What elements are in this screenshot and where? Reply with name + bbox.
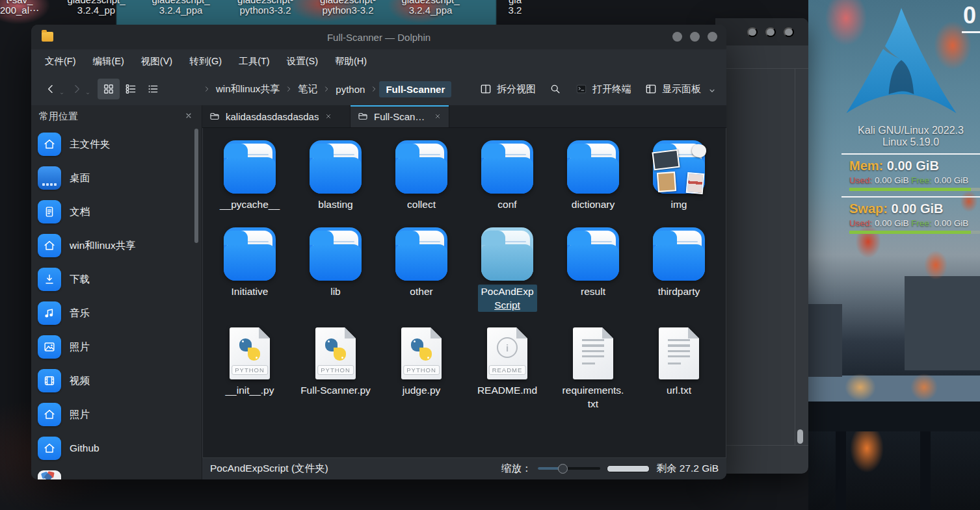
menu-4[interactable]: 工具(T) <box>230 51 278 72</box>
sidebar-item-视频[interactable]: 视频 <box>31 364 192 398</box>
tab-folder-icon <box>357 110 369 122</box>
python-tag: PYTHON <box>317 365 354 375</box>
window-folder-icon <box>42 32 53 42</box>
places-scrollbar-thumb[interactable] <box>194 129 198 243</box>
home-icon <box>38 234 61 257</box>
file-item-Full-Scanner.py[interactable]: PYTHON Full-Scanner.py <box>293 326 378 438</box>
menu-2[interactable]: 视图(V) <box>133 51 181 72</box>
background-window[interactable] <box>715 18 808 474</box>
menu-3[interactable]: 转到(G) <box>181 51 230 72</box>
file-item-result[interactable]: result <box>550 227 636 326</box>
folder-icon <box>567 140 619 194</box>
sidebar-item-下载[interactable]: 下载 <box>31 262 192 296</box>
desktop-icon-label[interactable]: glade2script_3.2.4_ppa <box>152 0 209 16</box>
file-item-README.md[interactable]: iREADME README.md <box>464 326 550 438</box>
tab-label: kalidasdasdasdasdas <box>226 111 319 122</box>
minimize-button[interactable] <box>672 32 682 42</box>
file-label: other <box>410 285 432 298</box>
search-button[interactable] <box>544 79 567 99</box>
sidebar-item-音乐[interactable]: 音乐 <box>31 296 192 330</box>
kernel-version: Linux 5.19.0 <box>841 136 980 148</box>
file-item-img[interactable]: img <box>636 140 722 227</box>
breadcrumb-chevron-icon <box>202 84 211 94</box>
maximize-button[interactable] <box>690 32 700 42</box>
menu-1[interactable]: 编辑(E) <box>85 51 133 72</box>
tabbar: kalidasdasdasdasdas Full-Scanner <box>202 105 726 128</box>
sidebar-item-照片[interactable]: 照片 <box>31 330 192 364</box>
show-panels-button[interactable]: 显示面板 <box>639 79 720 99</box>
back-icon <box>44 83 57 96</box>
sidebar-item-主文件夹[interactable]: 主文件夹 <box>31 127 192 161</box>
bg-window-button-2[interactable] <box>765 27 776 37</box>
folder-icon <box>310 140 362 194</box>
file-item-Initiative[interactable]: Initiative <box>207 227 293 326</box>
bg-window-button-1[interactable] <box>747 27 758 37</box>
breadcrumb-item-3[interactable]: Full-Scanner <box>379 81 451 97</box>
file-item-conf[interactable]: conf <box>464 140 550 227</box>
titlebar[interactable]: Full-Scanner — Dolphin <box>31 25 726 49</box>
menu-5[interactable]: 设置(S) <box>278 51 326 72</box>
sidebar-item-文档[interactable]: 文档 <box>31 195 192 229</box>
open-terminal-button[interactable]: 打开终端 <box>570 79 637 99</box>
close-button[interactable] <box>708 32 717 42</box>
menu-6[interactable]: 帮助(H) <box>326 51 375 72</box>
back-history-chevron-icon[interactable] <box>59 90 65 97</box>
breadcrumb-item-2[interactable]: python <box>332 82 369 97</box>
sidebar-item-照片[interactable]: 照片 <box>31 398 192 431</box>
desktop-icon-label[interactable]: glade2script-python3-3.2 <box>320 0 376 16</box>
file-item-requirements.txt[interactable]: requirements.txt <box>550 326 636 438</box>
forward-history-chevron-icon[interactable] <box>85 90 91 97</box>
bg-window-button-3[interactable] <box>784 27 794 37</box>
monitor-section-title: Swap: 0.00 GiB <box>841 201 980 216</box>
file-item-collect[interactable]: collect <box>378 140 464 227</box>
folder-icon <box>395 227 447 281</box>
file-item-blasting[interactable]: blasting <box>293 140 378 227</box>
file-item-thirdparty[interactable]: thirdparty <box>636 227 722 326</box>
file-label: img <box>671 198 687 211</box>
zoom-slider-handle[interactable] <box>558 464 568 474</box>
sidebar-item-win和linux共享[interactable]: win和linux共享 <box>31 229 192 262</box>
bg-window-scrollbar-thumb[interactable] <box>797 429 803 444</box>
places-panel-close-button[interactable] <box>182 110 195 123</box>
file-item-dictionary[interactable]: dictionary <box>550 140 636 227</box>
breadcrumb-item-1[interactable]: 笔记 <box>294 81 321 97</box>
photo-thumbnail <box>652 149 680 171</box>
zoom-slider[interactable] <box>538 464 600 474</box>
tab-0[interactable]: kalidasdasdasdasdas <box>202 105 351 127</box>
file-item-__init__.py[interactable]: PYTHON __init__.py <box>207 326 293 438</box>
file-item-judge.py[interactable]: PYTHON judge.py <box>378 326 464 438</box>
python-tag: PYTHON <box>232 365 268 375</box>
sidebar-item-trash[interactable] <box>31 465 192 479</box>
tab-close-icon[interactable] <box>433 112 442 121</box>
menu-0[interactable]: 文件(F) <box>36 51 85 72</box>
tab-close-icon[interactable] <box>324 112 333 121</box>
photo-thumbnail <box>686 172 705 194</box>
file-item-__pycache__[interactable]: __pycache__ <box>207 140 293 227</box>
desktop-icon-label[interactable]: t-sav_200_al⋯ <box>0 0 39 16</box>
details-view-button[interactable] <box>142 79 164 99</box>
file-item-url.txt[interactable]: url.txt <box>636 326 722 438</box>
tab-1[interactable]: Full-Scanner <box>351 105 449 127</box>
breadcrumb-item-0[interactable]: win和linux共享 <box>212 81 284 97</box>
file-item-other[interactable]: other <box>378 227 464 326</box>
sidebar-item-桌面[interactable]: 桌面 <box>31 161 192 195</box>
desktop-icon-label[interactable]: gla3.2 <box>509 0 522 16</box>
places-panel-title: 常用位置 <box>39 110 182 123</box>
file-item-lib[interactable]: lib <box>293 227 378 326</box>
sidebar-item-Github[interactable]: Github <box>31 431 192 465</box>
desktop-icon-label[interactable]: glade2script-python3-3.2 <box>237 0 293 16</box>
tab-label: Full-Scanner <box>374 111 428 122</box>
file-label: collect <box>407 198 436 211</box>
menubar: 文件(F)编辑(E)视图(V)转到(G)工具(T)设置(S)帮助(H) <box>31 49 726 73</box>
icons-view-button[interactable] <box>98 79 120 99</box>
compact-view-button[interactable] <box>120 79 142 99</box>
view-column: kalidasdasdasdasdas Full-Scanner __pycac… <box>202 105 726 479</box>
folder-view[interactable]: __pycache__ blasting collect conf dictio… <box>202 128 726 458</box>
video-icon <box>38 369 61 392</box>
window-title: Full-Scanner — Dolphin <box>31 32 726 43</box>
desktop-icon-label[interactable]: glade2script_3.2.4_ppa <box>401 0 459 16</box>
split-view-button[interactable]: 拆分视图 <box>474 79 541 99</box>
desktop-icon-label[interactable]: glade2script_3.2.4_pp <box>67 0 125 16</box>
file-item-PocAndExpScript[interactable]: PocAndExpScript <box>464 227 550 326</box>
breadcrumb-chevron-icon <box>369 84 378 94</box>
